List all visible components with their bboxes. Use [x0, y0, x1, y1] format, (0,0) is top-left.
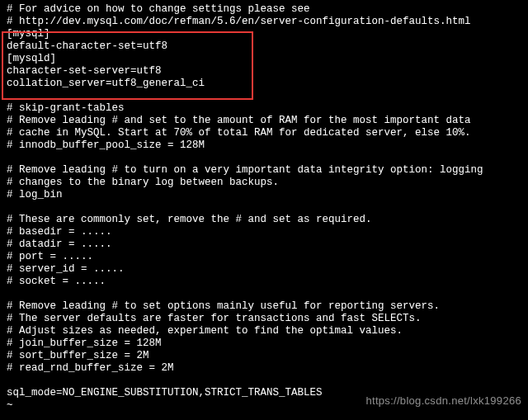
config-line-9: # Remove leading # and set to the amount…: [7, 115, 521, 127]
config-line-29: # read_rnd_buffer_size = 2M: [7, 362, 521, 375]
config-line-6: collation_server=utf8_general_ci: [7, 78, 521, 90]
config-line-12: [7, 152, 521, 164]
config-line-8: # skip-grant-tables: [7, 102, 521, 115]
config-file-text: # For advice on how to change settings p…: [7, 3, 521, 412]
config-line-20: # port = .....: [7, 251, 521, 263]
config-line-7: [7, 90, 521, 102]
config-line-23: [7, 288, 521, 300]
config-line-24: # Remove leading # to set options mainly…: [7, 300, 521, 313]
config-line-3: default-character-set=utf8: [7, 40, 521, 53]
config-line-28: # sort_buffer_size = 2M: [7, 350, 521, 362]
config-line-19: # datadir = .....: [7, 238, 521, 251]
config-line-26: # Adjust sizes as needed, experiment to …: [7, 325, 521, 337]
config-line-13: # Remove leading # to turn on a very imp…: [7, 164, 521, 177]
config-line-15: # log_bin: [7, 189, 521, 201]
config-line-22: # socket = .....: [7, 276, 521, 288]
config-line-11: # innodb_buffer_pool_size = 128M: [7, 139, 521, 152]
config-line-16: [7, 201, 521, 214]
config-line-27: # join_buffer_size = 128M: [7, 337, 521, 350]
config-line-30: [7, 375, 521, 387]
config-line-18: # basedir = .....: [7, 226, 521, 238]
config-line-5: character-set-server=utf8: [7, 65, 521, 78]
config-line-10: # cache in MySQL. Start at 70% of total …: [7, 127, 521, 139]
config-line-25: # The server defaults are faster for tra…: [7, 313, 521, 325]
watermark-text: https://blog.csdn.net/lxk199266: [365, 394, 521, 407]
config-line-0: # For advice on how to change settings p…: [7, 3, 521, 16]
config-line-21: # server_id = .....: [7, 263, 521, 276]
config-line-17: # These are commonly set, remove the # a…: [7, 214, 521, 226]
config-line-1: # http://dev.mysql.com/doc/refman/5.6/en…: [7, 16, 521, 28]
config-line-2: [mysql]: [7, 28, 521, 40]
config-line-14: # changes to the binary log between back…: [7, 177, 521, 189]
config-line-4: [mysqld]: [7, 53, 521, 65]
